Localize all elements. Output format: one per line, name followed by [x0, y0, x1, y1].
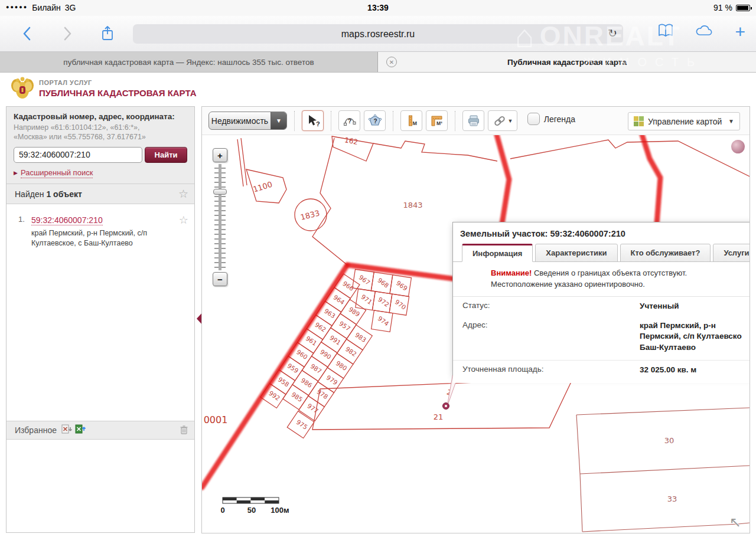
object-type-value: Недвижимость: [209, 116, 271, 126]
svg-text:?: ?: [316, 120, 320, 127]
map-toolbar: Недвижимость ▼ ? ? ?: [202, 107, 750, 135]
close-tab-icon[interactable]: ✕: [386, 57, 397, 67]
results-header: Найден1 объект ☆: [6, 184, 194, 204]
parcel-label: 30: [664, 436, 674, 445]
identify-tool-button[interactable]: ?: [302, 110, 324, 131]
find-button[interactable]: Найти: [145, 147, 187, 163]
page-title: ПУБЛИЧНАЯ КАДАСТРОВАЯ КАРТА: [39, 88, 196, 98]
popup-tab-who-serves[interactable]: Кто обслуживает?: [620, 244, 711, 262]
parcel-label: 991: [328, 334, 342, 346]
parcel-label: 989: [347, 306, 361, 318]
toolbar-separator: [455, 111, 455, 131]
favorite-star-icon[interactable]: ☆: [179, 214, 188, 227]
legend-checkbox[interactable]: [527, 113, 540, 125]
popup-tab-characteristics[interactable]: Характеристики: [535, 244, 617, 262]
measure-area-tool-button[interactable]: М²: [426, 110, 448, 131]
parcel-label: 975: [295, 418, 309, 431]
parcel-label: 987: [309, 362, 323, 375]
parcel-label: 970: [394, 298, 408, 310]
svg-text:50: 50: [247, 506, 256, 515]
parcel-label: 983: [354, 331, 367, 343]
pan-arrow-icon[interactable]: ↖: [729, 514, 741, 531]
svg-text:М: М: [412, 120, 417, 126]
parcel-label: 964: [332, 293, 346, 306]
forward-button[interactable]: [58, 24, 77, 43]
safari-tab-bar: публичная кадастровая карта — Яндекс: на…: [0, 52, 756, 73]
object-type-select[interactable]: Недвижимость ▼: [208, 112, 287, 130]
toolbar-separator: [331, 111, 331, 131]
parcel-label: 0001: [204, 414, 228, 425]
search-panel: Кадастровый номер, адрес, координата: На…: [6, 107, 194, 184]
address-bar[interactable]: maps.rosreestr.ru ↻: [133, 24, 623, 44]
tab-title: публичная кадастровая карта — Яндекс: на…: [63, 58, 314, 67]
popup-warning: Внимание! Сведения о границах объекта от…: [453, 268, 750, 296]
parcel-label: 974: [377, 315, 391, 328]
icloud-tabs-icon[interactable]: [695, 23, 715, 41]
parcel-label: 985: [290, 391, 304, 403]
zoom-out-button[interactable]: −: [213, 272, 227, 286]
zoom-control: + −: [213, 148, 228, 286]
parcel-label: 963: [323, 307, 337, 319]
map-panel: Недвижимость ▼ ? ? ?: [201, 106, 750, 533]
parcel-label: 1833: [299, 208, 321, 222]
parcel-label: 21: [434, 412, 444, 421]
toolbar-separator: [294, 111, 295, 131]
zoom-in-button[interactable]: +: [213, 148, 227, 162]
clock: 13:39: [0, 3, 756, 12]
import-excel-icon[interactable]: [75, 424, 86, 436]
zoom-slider-handle[interactable]: [213, 189, 227, 195]
chevron-down-icon: ▼: [728, 118, 734, 125]
link-share-button[interactable]: ▼: [488, 110, 517, 131]
result-cadastral-link[interactable]: 59:32:4060007:210: [31, 215, 103, 225]
parcel-label: 960: [295, 348, 309, 361]
export-excel-icon[interactable]: [61, 424, 73, 436]
map-canvas[interactable]: 1621100183318430001221303396696496396296…: [202, 135, 750, 533]
parcel-label: 979: [325, 374, 338, 386]
search-input[interactable]: [14, 147, 142, 163]
svg-text:?: ?: [373, 118, 377, 125]
map-manage-label: Управление картой: [648, 117, 724, 126]
trash-icon[interactable]: [180, 425, 188, 436]
advanced-search-link[interactable]: ▶ Расширенный поиск: [14, 168, 93, 178]
favorite-all-star-icon[interactable]: ☆: [178, 187, 188, 201]
chevron-down-icon: ▼: [271, 112, 286, 129]
svg-text:100м: 100м: [271, 506, 289, 515]
safari-toolbar: maps.rosreestr.ru ↻ +: [0, 16, 756, 52]
svg-text:?: ?: [348, 118, 351, 125]
toolbar-separator: [393, 111, 393, 131]
tab-title: Публичная кадастровая карта: [507, 58, 627, 67]
measure-route-tool-button[interactable]: ?: [338, 110, 360, 131]
zoom-slider[interactable]: [214, 164, 226, 270]
svg-text:М²: М²: [436, 120, 442, 126]
back-button[interactable]: [18, 24, 37, 43]
map-marker-center: [445, 405, 447, 407]
tab-yandex-search[interactable]: публичная кадастровая карта — Яндекс: на…: [0, 52, 378, 72]
measure-distance-tool-button[interactable]: М: [400, 110, 422, 131]
tab-cadastral-map[interactable]: ✕ Публичная кадастровая карта: [378, 52, 756, 72]
map-manage-button[interactable]: Управление картой ▼: [628, 112, 740, 130]
reload-icon[interactable]: ↻: [608, 27, 617, 40]
parcel-label: 33: [667, 495, 677, 503]
favorites-bar: Избранное: [6, 421, 194, 440]
parcel-label: 977: [306, 402, 320, 414]
parcel-label: 980: [335, 359, 348, 372]
search-label: Кадастровый номер, адрес, координата:: [14, 112, 188, 121]
measure-polygon-tool-button[interactable]: ?: [364, 110, 386, 131]
popup-body: Внимание! Сведения о границах объекта от…: [453, 261, 750, 383]
globe-marker-icon[interactable]: [731, 140, 745, 153]
print-button[interactable]: [462, 110, 484, 131]
popup-row-address: Адрес: край Пермский, р-нПермский, с/п К…: [453, 316, 750, 358]
popup-row-status: Статус: Учтенный: [453, 296, 750, 316]
parcel-label: 986: [299, 376, 314, 389]
parcel-label: 1100: [252, 180, 273, 194]
parcel-label: 957: [338, 320, 351, 332]
parcel-label: 1843: [403, 201, 422, 209]
battery-percent: 91 %: [713, 3, 732, 12]
parcel-label: 972: [377, 296, 390, 308]
popup-tab-services[interactable]: Услуги: [713, 244, 750, 262]
popup-tab-information[interactable]: Информация: [462, 244, 533, 262]
parcel-info-popup: Земельный участок: 59:32:4060007:210 Инф…: [452, 222, 750, 375]
share-icon[interactable]: [98, 24, 117, 43]
new-tab-icon[interactable]: +: [735, 23, 745, 41]
bookmarks-icon[interactable]: [657, 23, 674, 41]
